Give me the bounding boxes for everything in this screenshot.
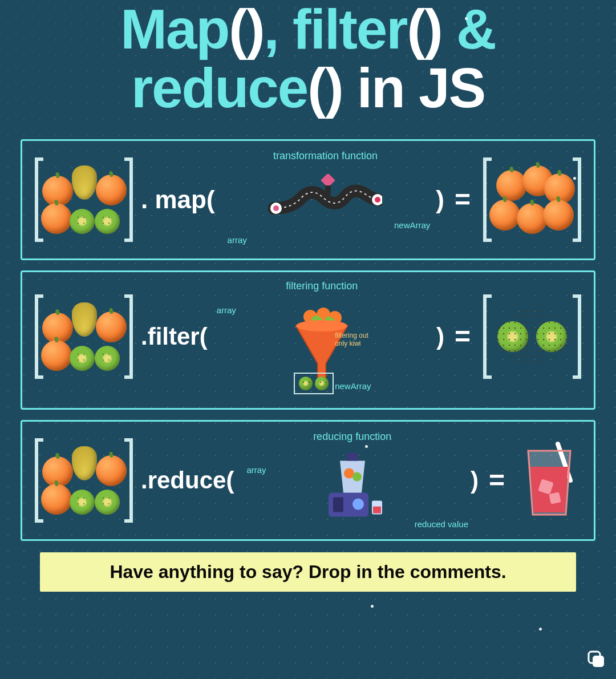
title-map: Map [120,0,229,60]
map-function-illustration: transformation function array newArray [221,151,431,248]
svg-point-14 [352,498,364,510]
svg-rect-19 [373,506,381,513]
map-method-close: ) [436,185,444,214]
reduce-equals: = [484,464,509,496]
filter-ann-note: filtering out only kiwi [335,332,368,347]
reduce-ann-top: reducing function [313,431,391,443]
decorative-dot [573,177,576,180]
filter-function-illustration: filtering function array filtering out o… [213,282,431,391]
title-amp: & [442,0,496,60]
title-reduce: reduce [131,56,307,119]
map-input-array [33,157,135,242]
svg-point-3 [375,197,380,203]
filter-method-open: .filter( [141,323,208,350]
svg-rect-13 [333,497,343,512]
decorative-dot [539,628,542,630]
filter-ann-newarray: newArray [335,381,371,391]
blender-icon [313,443,392,523]
map-ann-array: array [228,235,247,245]
title-paren2: () [407,0,441,60]
svg-rect-24 [593,656,604,667]
svg-rect-22 [549,492,561,504]
reduce-ann-array: array [246,465,266,475]
map-ann-top: transformation function [273,150,378,162]
decorative-dot [465,17,468,20]
reduce-method-open: .reduce( [141,467,234,494]
filter-equals: = [450,321,475,352]
decorative-dot [365,445,368,448]
filter-method-close: ) [436,323,444,350]
panel-map: . map( transformation function array new… [21,139,595,260]
title-injs: in JS [343,56,485,119]
cta-banner: Have anything to say? Drop in the commen… [40,552,576,592]
copy-stack-icon[interactable] [586,649,606,669]
page-title: Map(), filter() & reduce() in JS [0,0,616,129]
svg-point-11 [296,320,347,332]
map-equals: = [450,184,475,215]
svg-point-1 [273,205,279,211]
reduce-method-close: ) [471,467,479,494]
juice-glass-icon [518,440,581,520]
reduce-function-illustration: reducing function array reduced value [240,432,465,529]
filter-output-mini [294,373,334,394]
svg-rect-15 [347,452,358,460]
pipeline-icon [268,174,382,225]
title-comma: , [264,0,293,60]
title-paren3: () [307,56,342,119]
reduce-ann-reduced: reduced value [415,519,468,529]
filter-input-array [33,294,135,379]
filter-ann-array: array [217,305,236,315]
panel-reduce: .reduce( reducing function array reduced… [21,420,595,541]
decorative-dot [371,605,374,608]
title-filter: filter [293,0,407,60]
reduce-output-value [515,440,583,520]
map-output-array [481,157,583,242]
svg-point-17 [352,472,362,481]
panel-filter: .filter( filtering function array filter… [21,270,595,410]
filter-output-array [481,294,583,379]
filter-ann-top: filtering function [286,280,358,292]
reduce-input-array [33,438,135,523]
title-paren1: () [229,0,264,60]
map-ann-newarray: newArray [394,220,430,230]
map-method-open: . map( [141,185,215,214]
